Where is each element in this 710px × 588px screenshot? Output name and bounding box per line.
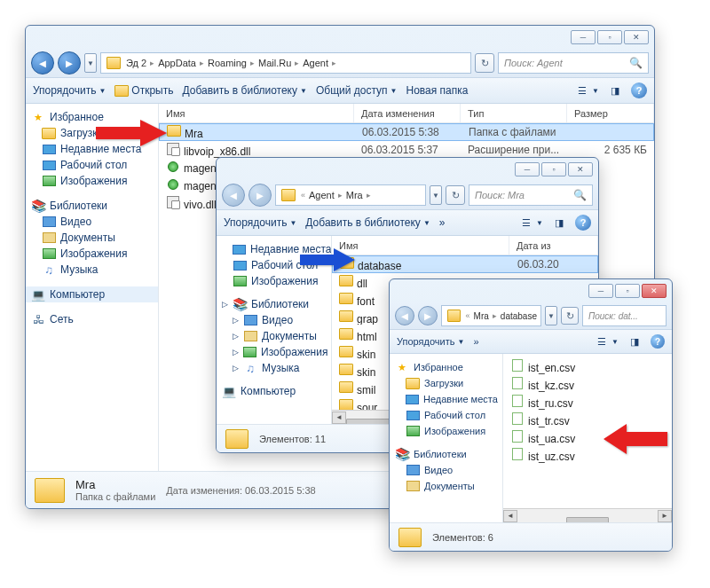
nav-network[interactable]: 🖧Сеть [26,311,158,327]
close-button[interactable]: ✕ [642,284,667,298]
more-menu[interactable]: » [439,216,446,229]
maximize-button[interactable]: ▫ [541,162,566,176]
nav-pictures2[interactable]: Изображения [26,246,158,262]
nav-computer[interactable]: 💻Компьютер [217,383,331,399]
col-name[interactable]: Имя [159,104,354,122]
breadcrumb-seg[interactable]: Roaming [206,58,248,68]
titlebar: ─ ▫ ✕ [26,26,654,49]
new-folder-button[interactable]: Новая папка [406,84,468,97]
minimize-button[interactable]: ─ [588,284,613,298]
file-row[interactable]: database06.03.20 [332,255,598,273]
scroll-right-button[interactable]: ► [658,510,672,522]
col-name[interactable]: Имя [332,236,509,255]
search-input[interactable]: Поиск: Mra 🔍 [469,184,593,206]
close-button[interactable]: ✕ [624,30,649,44]
preview-pane-button[interactable]: ◨ [608,83,622,98]
back-button[interactable]: ◄ [222,184,245,207]
search-input[interactable]: Поиск: dat... [582,305,667,326]
nav-music[interactable]: ▷♫Музыка [217,360,331,376]
breadcrumb-seg[interactable]: Mra [472,311,491,321]
back-button[interactable]: ◄ [31,51,54,74]
nav-video[interactable]: Видео [26,214,158,230]
breadcrumb-seg[interactable]: Mail.Ru [256,58,293,68]
nav-pictures2[interactable]: ▷Изображения [217,344,331,360]
view-menu[interactable]: ☰▼ [575,83,599,98]
nav-documents[interactable]: Документы [26,230,158,246]
help-icon[interactable]: ? [575,215,591,231]
address-bar[interactable]: Эд 2▸ AppData▸ Roaming▸ Mail.Ru▸ Agent▸ [100,52,471,74]
more-menu[interactable]: » [473,336,478,347]
preview-pane-button[interactable]: ◨ [627,334,642,349]
help-icon[interactable]: ? [651,334,665,349]
organize-menu[interactable]: Упорядочить▼ [33,84,106,97]
scroll-left-button[interactable]: ◄ [332,412,346,424]
nav-documents[interactable]: Документы [390,478,502,494]
file-row[interactable]: ist_ru.csv [503,393,672,411]
address-bar[interactable]: « Mra▸ database [441,305,541,326]
refresh-button[interactable]: ↻ [475,53,494,73]
breadcrumb-seg[interactable]: Agent [307,190,336,200]
search-input[interactable]: Поиск: Agent 🔍 [498,52,649,74]
address-bar[interactable]: « Agent▸ Mra▸ [275,184,426,206]
addr-dropdown[interactable]: ▼ [545,306,557,325]
forward-button[interactable]: ► [248,184,272,207]
back-button[interactable]: ◄ [395,306,414,325]
nav-pictures[interactable]: Изображения [26,173,158,189]
folder-icon [225,429,248,449]
open-button[interactable]: Открыть [114,83,173,98]
history-dropdown[interactable]: ▼ [84,53,97,73]
close-button[interactable]: ✕ [568,162,593,176]
scroll-left-button[interactable]: ◄ [503,510,517,522]
libraries-header[interactable]: 📚Библиотеки [26,198,158,214]
add-to-library-menu[interactable]: Добавить в библиотеку▼ [305,216,430,229]
breadcrumb-seg[interactable]: Mra [344,190,365,200]
breadcrumb-seg[interactable]: database [499,311,539,321]
nav-downloads[interactable]: Загрузки [390,375,502,391]
col-size[interactable]: Размер [567,104,654,122]
nav-computer[interactable]: 💻Компьютер [26,286,158,302]
libraries-header[interactable]: ▷📚Библиотеки [217,296,331,312]
nav-video[interactable]: Видео [390,462,502,478]
file-row[interactable]: ist_en.csv [503,357,672,375]
nav-desktop[interactable]: Рабочий стол [26,157,158,173]
help-icon[interactable]: ? [631,82,647,98]
nav-desktop[interactable]: Рабочий стол [390,407,502,423]
col-type[interactable]: Тип [461,104,567,122]
column-headers[interactable]: Имя Дата изменения Тип Размер [159,104,654,123]
nav-recent[interactable]: Недавние места [390,391,502,407]
nav-music[interactable]: ♫Музыка [26,262,158,278]
col-date[interactable]: Дата из [509,236,598,255]
forward-button[interactable]: ► [418,306,438,325]
favorites-header[interactable]: ★Избранное [390,359,502,375]
nav-video[interactable]: ▷Видео [217,312,331,328]
addr-dropdown[interactable]: ▼ [430,185,442,205]
breadcrumb-seg[interactable]: Agent [301,58,330,68]
col-date[interactable]: Дата изменения [354,104,461,122]
share-menu[interactable]: Общий доступ▼ [316,84,398,97]
nav-documents[interactable]: ▷Документы [217,328,331,344]
minimize-button[interactable]: ─ [515,162,540,176]
organize-menu[interactable]: Упорядочить▼ [224,216,296,229]
refresh-button[interactable]: ↻ [561,307,579,325]
forward-button[interactable]: ► [58,51,81,74]
maximize-button[interactable]: ▫ [615,284,640,298]
view-menu[interactable]: ☰▼ [519,216,543,230]
scrollbar-horizontal[interactable]: ◄ ► [503,508,672,522]
nav-pictures[interactable]: Изображения [217,273,331,289]
preview-pane-button[interactable]: ◨ [552,216,566,230]
organize-menu[interactable]: Упорядочить▼ [397,336,464,347]
explorer-window-database: ─ ▫ ✕ ◄ ► « Mra▸ database ▼ ↻ Поиск: dat… [389,278,673,552]
nav-pictures[interactable]: Изображения [390,423,502,439]
minimize-button[interactable]: ─ [571,30,596,44]
add-to-library-menu[interactable]: Добавить в библиотеку▼ [182,84,306,97]
column-headers[interactable]: Имя Дата из [332,236,598,255]
view-menu[interactable]: ☰▼ [595,334,619,349]
file-row[interactable]: libvoip_x86.dll06.03.2015 5:37Расширение… [159,141,654,159]
file-row[interactable]: Mra06.03.2015 5:38Папка с файлами [159,123,654,141]
libraries-header[interactable]: 📚Библиотеки [390,446,502,462]
breadcrumb-seg[interactable]: AppData [156,58,198,68]
refresh-button[interactable]: ↻ [446,185,465,205]
maximize-button[interactable]: ▫ [597,30,622,44]
file-row[interactable]: ist_kz.csv [503,375,672,393]
breadcrumb-seg[interactable]: Эд 2 [124,58,148,68]
